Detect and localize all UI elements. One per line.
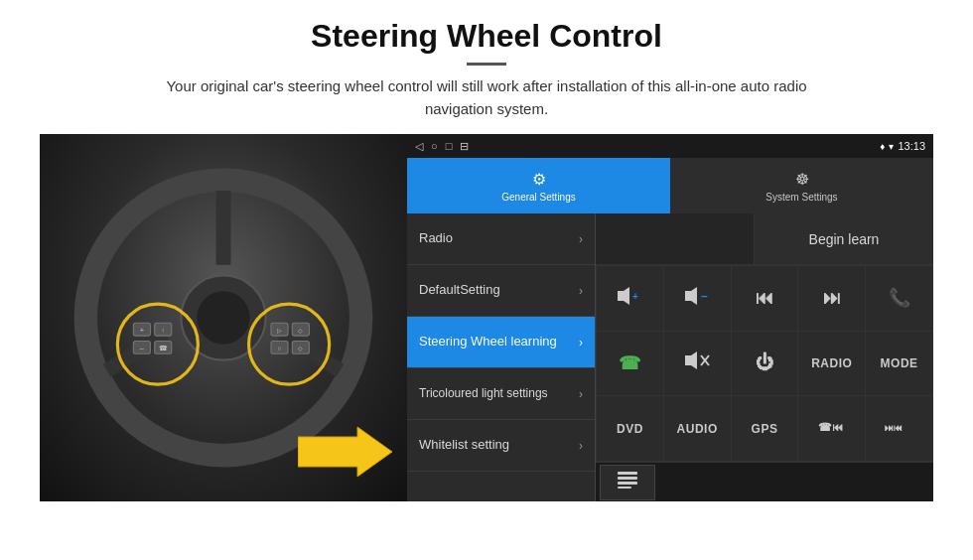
volume-down-icon: –: [683, 286, 711, 311]
tab-system-settings[interactable]: ☸ System Settings: [670, 158, 933, 213]
chevron-icon: ›: [579, 232, 583, 246]
chevron-icon: ›: [579, 439, 583, 453]
recents-icon[interactable]: □: [446, 140, 453, 153]
radio-label: RADIO: [811, 356, 852, 370]
svg-text:+: +: [632, 291, 638, 302]
page-title: Steering Wheel Control: [40, 18, 933, 55]
menu-item-steering-wheel[interactable]: Steering Wheel learning ›: [407, 317, 595, 368]
answer-call-button[interactable]: ☎: [597, 332, 663, 396]
svg-marker-29: [685, 351, 697, 369]
left-menu: Radio › DefaultSetting › Steering Wheel …: [407, 213, 596, 501]
gps-button[interactable]: GPS: [732, 396, 798, 461]
mode-button[interactable]: MODE: [866, 332, 932, 396]
chevron-icon: ›: [579, 284, 583, 298]
top-row: Begin learn: [596, 213, 933, 265]
tab-general-settings-label: General Settings: [501, 192, 576, 203]
menu-item-whitelist[interactable]: Whitelist setting ›: [407, 420, 595, 472]
empty-display-box: [596, 213, 755, 264]
svg-marker-25: [618, 287, 629, 305]
svg-text:◇: ◇: [298, 327, 303, 334]
list-button[interactable]: [600, 465, 655, 500]
svg-text:◇: ◇: [298, 345, 303, 351]
arrow-icon: [298, 422, 397, 482]
dvd-button[interactable]: DVD: [597, 396, 663, 461]
status-bar: ◁ ○ □ ⊟ ♦ ▾ 13:13: [407, 134, 933, 158]
skip-combo-button[interactable]: ⏭⏮: [866, 396, 932, 461]
volume-down-button[interactable]: –: [664, 266, 731, 331]
title-divider: [467, 63, 506, 66]
menu-item-whitelist-label: Whitelist setting: [419, 437, 573, 454]
menu-item-tricoloured-label: Tricoloured light settings: [419, 386, 573, 402]
menu-item-default-setting[interactable]: DefaultSetting ›: [407, 265, 595, 317]
next-icon: ⏭: [823, 288, 841, 309]
svg-text:⏭⏮: ⏭⏮: [885, 423, 903, 433]
svg-marker-24: [298, 427, 392, 477]
svg-text:⏮: ⏮: [832, 421, 843, 433]
phone-skip-button[interactable]: ☎ ⏮: [798, 396, 865, 461]
mute-button[interactable]: [664, 332, 731, 396]
button-grid: + –: [596, 265, 933, 462]
menu-icon[interactable]: ⊟: [460, 140, 469, 153]
phone-icon: 📞: [889, 287, 910, 309]
svg-rect-38: [618, 487, 631, 489]
mode-label: MODE: [881, 356, 918, 370]
clock: 13:13: [898, 140, 925, 152]
system-settings-icon: ☸: [795, 170, 809, 189]
next-track-button[interactable]: ⏭: [798, 266, 865, 331]
previous-track-button[interactable]: ⏮: [732, 266, 798, 331]
previous-icon: ⏮: [756, 288, 773, 309]
begin-learn-button[interactable]: Begin learn: [755, 213, 933, 264]
svg-text:↑: ↑: [162, 327, 165, 334]
svg-rect-35: [618, 472, 637, 475]
mute-icon: [683, 350, 711, 375]
volume-up-icon: +: [616, 286, 643, 311]
tab-system-settings-label: System Settings: [765, 192, 837, 203]
page-subtitle: Your original car's steering wheel contr…: [139, 75, 834, 120]
steering-wheel-image: + ↑ – ☎ ▷ ◇ ○ ◇: [40, 134, 407, 501]
content-area: + ↑ – ☎ ▷ ◇ ○ ◇: [40, 134, 933, 501]
volume-up-button[interactable]: +: [597, 266, 663, 331]
phone-button[interactable]: 📞: [866, 266, 932, 331]
general-settings-icon: ⚙: [532, 170, 546, 189]
answer-icon: ☎: [619, 352, 640, 374]
audio-button[interactable]: AUDIO: [664, 396, 731, 461]
wifi-icon: ▾: [889, 141, 894, 152]
svg-text:☎: ☎: [818, 421, 832, 433]
status-right: ♦ ▾ 13:13: [880, 140, 925, 152]
audio-label: AUDIO: [677, 422, 718, 436]
list-icon: [616, 470, 639, 494]
page-container: Steering Wheel Control Your original car…: [0, 0, 973, 511]
dvd-label: DVD: [617, 422, 643, 436]
svg-text:–: –: [701, 289, 708, 303]
menu-area: Radio › DefaultSetting › Steering Wheel …: [407, 213, 933, 501]
phone-skip-icon: ☎ ⏮: [816, 416, 848, 441]
radio-button[interactable]: RADIO: [798, 332, 865, 396]
chevron-icon: ›: [579, 387, 583, 401]
svg-text:▷: ▷: [277, 327, 282, 334]
signal-icon: ♦: [880, 141, 885, 152]
power-button[interactable]: ⏻: [732, 332, 798, 396]
menu-item-default-label: DefaultSetting: [419, 282, 573, 299]
title-section: Steering Wheel Control Your original car…: [40, 18, 933, 120]
menu-item-tricoloured[interactable]: Tricoloured light settings ›: [407, 368, 595, 420]
svg-marker-27: [685, 287, 697, 305]
svg-text:○: ○: [278, 345, 282, 351]
svg-text:+: +: [140, 326, 144, 335]
power-icon: ⏻: [756, 352, 773, 373]
skip-combo-icon: ⏭⏮: [884, 416, 915, 441]
tab-general-settings[interactable]: ⚙ General Settings: [407, 158, 670, 213]
bottom-row: [596, 462, 933, 501]
right-panel: Begin learn +: [596, 213, 933, 501]
steering-wheel-section: + ↑ – ☎ ▷ ◇ ○ ◇: [40, 134, 407, 501]
tab-bar: ⚙ General Settings ☸ System Settings: [407, 158, 933, 213]
chevron-icon: ›: [579, 336, 583, 350]
svg-line-3: [282, 334, 341, 370]
status-icons-left: ◁ ○ □ ⊟: [415, 140, 469, 153]
gps-label: GPS: [752, 422, 778, 436]
svg-rect-37: [618, 482, 637, 485]
home-icon[interactable]: ○: [431, 140, 438, 153]
menu-item-radio[interactable]: Radio ›: [407, 213, 595, 265]
svg-text:☎: ☎: [159, 344, 168, 352]
back-icon[interactable]: ◁: [415, 140, 423, 153]
menu-item-steering-label: Steering Wheel learning: [419, 334, 573, 350]
